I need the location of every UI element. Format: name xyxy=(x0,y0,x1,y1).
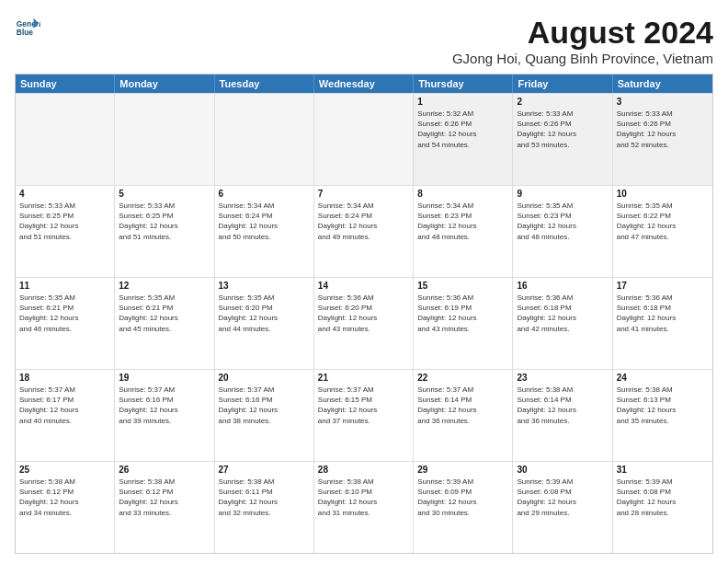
cell-content: Sunrise: 5:35 AM Sunset: 6:23 PM Dayligh… xyxy=(517,201,608,242)
calendar-cell: 5Sunrise: 5:33 AM Sunset: 6:25 PM Daylig… xyxy=(115,186,214,277)
cell-content: Sunrise: 5:34 AM Sunset: 6:24 PM Dayligh… xyxy=(219,201,310,242)
calendar-cell: 21Sunrise: 5:37 AM Sunset: 6:15 PM Dayli… xyxy=(314,370,414,461)
calendar-cell: 27Sunrise: 5:38 AM Sunset: 6:11 PM Dayli… xyxy=(215,462,314,553)
day-number: 16 xyxy=(517,281,608,291)
day-number: 11 xyxy=(19,281,110,291)
cell-content: Sunrise: 5:39 AM Sunset: 6:08 PM Dayligh… xyxy=(617,477,709,518)
cell-content: Sunrise: 5:35 AM Sunset: 6:22 PM Dayligh… xyxy=(617,201,709,242)
calendar-cell: 19Sunrise: 5:37 AM Sunset: 6:16 PM Dayli… xyxy=(115,370,214,461)
calendar-cell: 15Sunrise: 5:36 AM Sunset: 6:19 PM Dayli… xyxy=(414,278,513,369)
calendar-cell xyxy=(215,94,314,185)
calendar-cell: 11Sunrise: 5:35 AM Sunset: 6:21 PM Dayli… xyxy=(16,278,115,369)
day-number: 19 xyxy=(119,373,210,383)
calendar-cell: 28Sunrise: 5:38 AM Sunset: 6:10 PM Dayli… xyxy=(314,462,414,553)
cell-content: Sunrise: 5:38 AM Sunset: 6:13 PM Dayligh… xyxy=(617,385,709,426)
weekday-header: Saturday xyxy=(613,75,712,93)
calendar-cell: 30Sunrise: 5:39 AM Sunset: 6:08 PM Dayli… xyxy=(513,462,612,553)
calendar-row: 18Sunrise: 5:37 AM Sunset: 6:17 PM Dayli… xyxy=(16,369,712,461)
day-number: 24 xyxy=(617,373,709,383)
calendar-cell: 22Sunrise: 5:37 AM Sunset: 6:14 PM Dayli… xyxy=(414,370,513,461)
cell-content: Sunrise: 5:37 AM Sunset: 6:14 PM Dayligh… xyxy=(417,385,508,426)
calendar-cell xyxy=(115,94,214,185)
day-number: 12 xyxy=(119,281,210,291)
cell-content: Sunrise: 5:39 AM Sunset: 6:09 PM Dayligh… xyxy=(417,477,508,518)
header: General Blue August 2024 GJong Hoi, Quan… xyxy=(15,15,713,66)
calendar-cell: 17Sunrise: 5:36 AM Sunset: 6:18 PM Dayli… xyxy=(613,278,712,369)
calendar-cell: 9Sunrise: 5:35 AM Sunset: 6:23 PM Daylig… xyxy=(513,186,612,277)
day-number: 5 xyxy=(119,189,210,199)
weekday-header: Thursday xyxy=(414,75,513,93)
calendar-cell: 6Sunrise: 5:34 AM Sunset: 6:24 PM Daylig… xyxy=(215,186,314,277)
cell-content: Sunrise: 5:38 AM Sunset: 6:14 PM Dayligh… xyxy=(517,385,608,426)
cell-content: Sunrise: 5:33 AM Sunset: 6:25 PM Dayligh… xyxy=(119,201,210,242)
calendar-cell: 26Sunrise: 5:38 AM Sunset: 6:12 PM Dayli… xyxy=(115,462,214,553)
weekday-header: Sunday xyxy=(16,75,115,93)
calendar-cell: 8Sunrise: 5:34 AM Sunset: 6:23 PM Daylig… xyxy=(414,186,513,277)
calendar-row: 4Sunrise: 5:33 AM Sunset: 6:25 PM Daylig… xyxy=(16,185,712,277)
calendar-cell: 3Sunrise: 5:33 AM Sunset: 6:26 PM Daylig… xyxy=(613,94,712,185)
calendar-cell: 13Sunrise: 5:35 AM Sunset: 6:20 PM Dayli… xyxy=(215,278,314,369)
day-number: 31 xyxy=(617,465,709,475)
subtitle: GJong Hoi, Quang Binh Province, Vietnam xyxy=(452,51,713,66)
title-area: August 2024 GJong Hoi, Quang Binh Provin… xyxy=(452,15,713,66)
calendar-row: 25Sunrise: 5:38 AM Sunset: 6:12 PM Dayli… xyxy=(16,461,712,553)
calendar-row: 11Sunrise: 5:35 AM Sunset: 6:21 PM Dayli… xyxy=(16,277,712,369)
calendar-cell: 1Sunrise: 5:32 AM Sunset: 6:26 PM Daylig… xyxy=(414,94,513,185)
calendar-cell: 2Sunrise: 5:33 AM Sunset: 6:26 PM Daylig… xyxy=(513,94,612,185)
day-number: 14 xyxy=(318,281,409,291)
day-number: 10 xyxy=(617,189,709,199)
day-number: 18 xyxy=(19,373,110,383)
calendar-cell: 29Sunrise: 5:39 AM Sunset: 6:09 PM Dayli… xyxy=(414,462,513,553)
day-number: 3 xyxy=(617,97,709,107)
calendar-cell: 12Sunrise: 5:35 AM Sunset: 6:21 PM Dayli… xyxy=(115,278,214,369)
day-number: 13 xyxy=(219,281,310,291)
cell-content: Sunrise: 5:37 AM Sunset: 6:16 PM Dayligh… xyxy=(119,385,210,426)
main-title: August 2024 xyxy=(452,15,713,51)
weekday-header: Wednesday xyxy=(314,75,414,93)
calendar-row: 1Sunrise: 5:32 AM Sunset: 6:26 PM Daylig… xyxy=(16,93,712,185)
cell-content: Sunrise: 5:38 AM Sunset: 6:11 PM Dayligh… xyxy=(219,477,310,518)
day-number: 22 xyxy=(417,373,508,383)
cell-content: Sunrise: 5:38 AM Sunset: 6:12 PM Dayligh… xyxy=(19,477,110,518)
day-number: 17 xyxy=(617,281,709,291)
calendar-cell xyxy=(314,94,414,185)
day-number: 2 xyxy=(517,97,608,107)
day-number: 28 xyxy=(318,465,409,475)
calendar-cell: 24Sunrise: 5:38 AM Sunset: 6:13 PM Dayli… xyxy=(613,370,712,461)
cell-content: Sunrise: 5:36 AM Sunset: 6:18 PM Dayligh… xyxy=(517,293,608,334)
calendar-cell: 31Sunrise: 5:39 AM Sunset: 6:08 PM Dayli… xyxy=(613,462,712,553)
day-number: 1 xyxy=(417,97,508,107)
calendar-header: SundayMondayTuesdayWednesdayThursdayFrid… xyxy=(16,75,712,93)
day-number: 25 xyxy=(19,465,110,475)
svg-text:Blue: Blue xyxy=(17,28,33,37)
day-number: 6 xyxy=(219,189,310,199)
calendar-cell: 7Sunrise: 5:34 AM Sunset: 6:24 PM Daylig… xyxy=(314,186,414,277)
day-number: 7 xyxy=(318,189,409,199)
cell-content: Sunrise: 5:36 AM Sunset: 6:20 PM Dayligh… xyxy=(318,293,409,334)
day-number: 4 xyxy=(19,189,110,199)
cell-content: Sunrise: 5:35 AM Sunset: 6:20 PM Dayligh… xyxy=(219,293,310,334)
cell-content: Sunrise: 5:38 AM Sunset: 6:12 PM Dayligh… xyxy=(119,477,210,518)
cell-content: Sunrise: 5:34 AM Sunset: 6:24 PM Dayligh… xyxy=(318,201,409,242)
calendar-body: 1Sunrise: 5:32 AM Sunset: 6:26 PM Daylig… xyxy=(16,93,712,553)
day-number: 29 xyxy=(417,465,508,475)
day-number: 8 xyxy=(417,189,508,199)
calendar-cell: 14Sunrise: 5:36 AM Sunset: 6:20 PM Dayli… xyxy=(314,278,414,369)
cell-content: Sunrise: 5:33 AM Sunset: 6:26 PM Dayligh… xyxy=(617,109,709,150)
cell-content: Sunrise: 5:32 AM Sunset: 6:26 PM Dayligh… xyxy=(417,109,508,150)
day-number: 9 xyxy=(517,189,608,199)
cell-content: Sunrise: 5:37 AM Sunset: 6:16 PM Dayligh… xyxy=(219,385,310,426)
cell-content: Sunrise: 5:35 AM Sunset: 6:21 PM Dayligh… xyxy=(19,293,110,334)
cell-content: Sunrise: 5:37 AM Sunset: 6:15 PM Dayligh… xyxy=(318,385,409,426)
calendar-cell: 18Sunrise: 5:37 AM Sunset: 6:17 PM Dayli… xyxy=(16,370,115,461)
day-number: 26 xyxy=(119,465,210,475)
calendar-cell: 4Sunrise: 5:33 AM Sunset: 6:25 PM Daylig… xyxy=(16,186,115,277)
day-number: 15 xyxy=(417,281,508,291)
calendar-cell: 23Sunrise: 5:38 AM Sunset: 6:14 PM Dayli… xyxy=(513,370,612,461)
weekday-header: Monday xyxy=(115,75,214,93)
calendar-page: General Blue August 2024 GJong Hoi, Quan… xyxy=(0,0,728,563)
cell-content: Sunrise: 5:38 AM Sunset: 6:10 PM Dayligh… xyxy=(318,477,409,518)
day-number: 27 xyxy=(219,465,310,475)
cell-content: Sunrise: 5:39 AM Sunset: 6:08 PM Dayligh… xyxy=(517,477,608,518)
cell-content: Sunrise: 5:34 AM Sunset: 6:23 PM Dayligh… xyxy=(417,201,508,242)
